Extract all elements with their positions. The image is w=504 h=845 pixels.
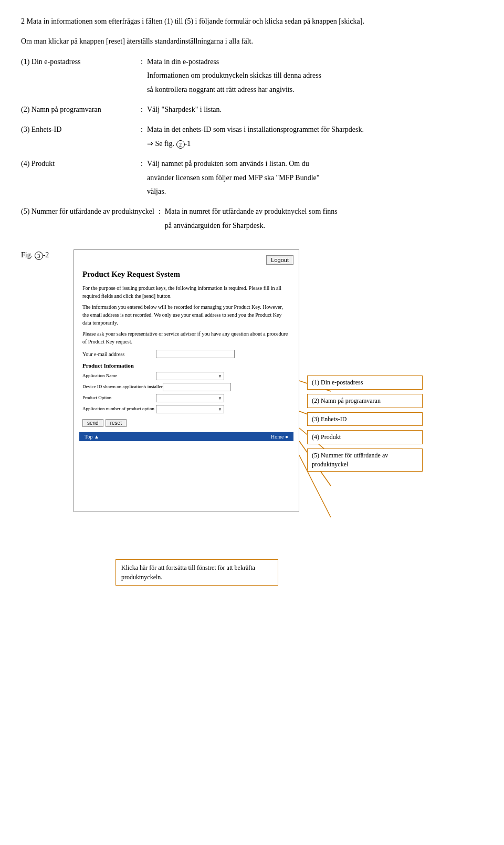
device-id-label: Device ID shown on application's install… xyxy=(82,384,163,390)
fig-container: Logout Product Key Request System For th… xyxy=(74,249,483,512)
def-row-3: (3) Enhets-ID ： Mata in det enhets-ID so… xyxy=(21,124,483,152)
main-content: 2 Mata in informationen som efterfrågas … xyxy=(21,16,483,583)
device-id-row: Device ID shown on application's install… xyxy=(82,383,290,391)
def-row-4: (4) Produkt ： Välj namnet på produkten s… xyxy=(21,158,483,200)
definition-list: (1) Din e-postadress ： Mata in din e-pos… xyxy=(21,56,483,234)
footer-home-label: Home ● xyxy=(271,434,288,440)
intro-text-1: 2 Mata in informationen som efterfrågas … xyxy=(21,17,364,25)
def-colon-1: ： xyxy=(136,56,147,98)
dropdown-arrow-2-icon: ▼ xyxy=(218,396,222,401)
annotation-3: (3) Enhets-ID xyxy=(307,412,423,426)
app-number-select[interactable]: ▼ xyxy=(156,405,224,413)
intro-text-2: Om man klickar på knappen [reset] återst… xyxy=(21,37,253,45)
def-label-5: (5) Nummer för utfärdande av produktnyck… xyxy=(21,206,154,234)
app-number-row: Application number of product option ▼ xyxy=(82,405,290,413)
footer-home[interactable]: Home ● xyxy=(271,434,288,440)
reset-button[interactable]: reset xyxy=(106,419,127,427)
send-button[interactable]: send xyxy=(82,419,103,427)
def-colon-2: ： xyxy=(136,104,147,118)
annotations-panel: (1) Din e-postadress (2) Namn på program… xyxy=(307,375,423,476)
footer-top[interactable]: Top ▲ xyxy=(85,434,99,440)
email-input[interactable] xyxy=(156,350,235,358)
def-label-1: (1) Din e-postadress xyxy=(21,56,136,98)
product-option-select[interactable]: ▼ xyxy=(156,394,224,402)
form-mockup: Logout Product Key Request System For th… xyxy=(74,249,299,512)
def-label-4: (4) Produkt xyxy=(21,158,136,200)
annotation-1: (1) Din e-postadress xyxy=(307,375,423,390)
form-title: Product Key Request System xyxy=(79,270,293,279)
product-option-row: Product Option ▼ xyxy=(82,394,290,402)
annotation-2: (2) Namn på programvaran xyxy=(307,394,423,408)
app-number-label: Application number of product option xyxy=(82,406,156,412)
device-id-input[interactable] xyxy=(163,383,231,391)
app-name-label: Application Name xyxy=(82,373,156,379)
app-name-row: Application Name ▼ xyxy=(82,372,290,380)
def-colon-5: ： xyxy=(154,206,165,234)
intro-paragraph-2: Om man klickar på knappen [reset] återst… xyxy=(21,36,483,47)
logout-button[interactable]: Logout xyxy=(266,255,293,265)
def-colon-3: ： xyxy=(136,124,147,152)
product-info-title: Product Information xyxy=(82,362,290,369)
form-header: Logout xyxy=(79,255,293,265)
def-content-2: Välj "Sharpdesk" i listan. xyxy=(147,104,483,118)
def-row-5: (5) Nummer för utfärdande av produktnyck… xyxy=(21,206,483,234)
def-content-3: Mata in det enhets-ID som visas i instal… xyxy=(147,124,483,152)
def-content-1: Mata in din e-postadress Informationen o… xyxy=(147,56,483,98)
form-info-p1: For the purpose of issuing product keys,… xyxy=(82,284,290,300)
email-row: Your e-mail address xyxy=(79,350,293,358)
form-info-p3: Please ask your sales representative or … xyxy=(82,330,290,346)
intro-paragraph-1: 2 Mata in informationen som efterfrågas … xyxy=(21,16,483,27)
fig-label: Fig. 3-2 xyxy=(21,249,63,512)
bottom-callout: Klicka här för att fortsätta till fönstr… xyxy=(116,559,278,586)
email-label: Your e-mail address xyxy=(82,351,156,357)
product-option-label: Product Option xyxy=(82,395,156,401)
def-label-3: (3) Enhets-ID xyxy=(21,124,136,152)
def-row-1: (1) Din e-postadress ： Mata in din e-pos… xyxy=(21,56,483,98)
form-info-p2: The information you entered below will b… xyxy=(82,303,290,327)
form-footer: Top ▲ Home ● xyxy=(79,432,293,441)
dropdown-arrow-3-icon: ▼ xyxy=(218,407,222,412)
def-content-5: Mata in numret för utfärdande av produkt… xyxy=(165,206,483,234)
footer-top-label: Top ▲ xyxy=(85,434,99,440)
product-info-section: Product Information Application Name ▼ D… xyxy=(79,362,293,413)
fig-section: Fig. 3-2 Logout Product Key Request Syst… xyxy=(21,249,483,512)
form-info: For the purpose of issuing product keys,… xyxy=(79,284,293,346)
annotation-4: (4) Produkt xyxy=(307,430,423,444)
annotation-5: (5) Nummer för utfärdande av produktnyck… xyxy=(307,448,423,472)
app-name-select[interactable]: ▼ xyxy=(156,372,224,380)
def-content-4: Välj namnet på produkten som används i l… xyxy=(147,158,483,200)
def-row-2: (2) Namn på programvaran ： Välj "Sharpde… xyxy=(21,104,483,118)
def-label-2: (2) Namn på programvaran xyxy=(21,104,136,118)
dropdown-arrow-icon: ▼ xyxy=(218,374,222,379)
def-colon-4: ： xyxy=(136,158,147,200)
form-buttons: send reset xyxy=(79,416,293,430)
